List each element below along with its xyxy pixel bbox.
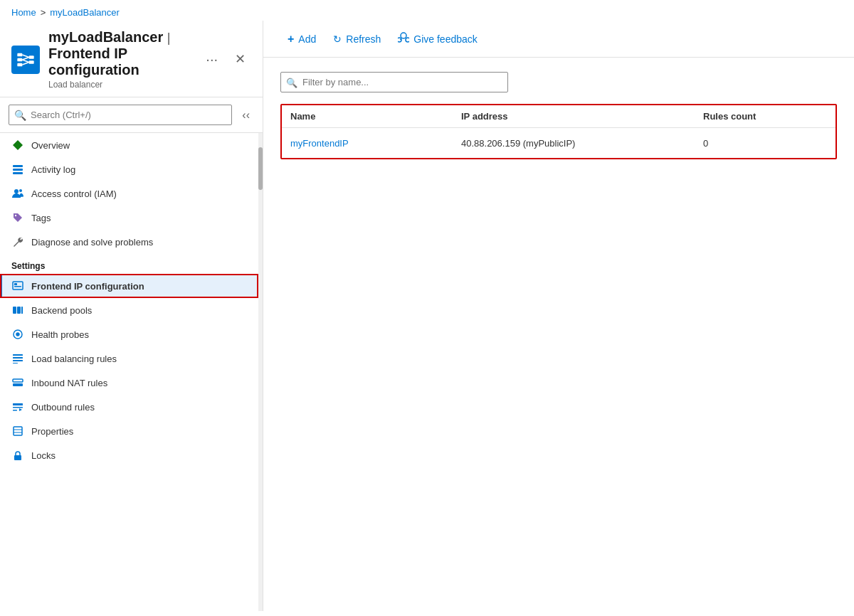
sidebar: myLoadBalancer | Frontend IP configurati…: [0, 21, 263, 611]
sidebar-item-access-control[interactable]: Access control (IAM): [0, 181, 258, 206]
add-button[interactable]: + Add: [280, 28, 323, 50]
filter-bar-wrap: 🔍: [280, 72, 508, 92]
svg-rect-25: [13, 357, 23, 359]
sidebar-item-label: Access control (IAM): [31, 188, 117, 199]
sidebar-item-diagnose[interactable]: Diagnose and solve problems: [0, 230, 258, 254]
sidebar-item-tags[interactable]: Tags: [0, 206, 258, 230]
breadcrumb-sep: >: [41, 7, 46, 18]
svg-rect-11: [13, 169, 23, 171]
sidebar-scrollbar[interactable]: [258, 133, 263, 611]
collapse-sidebar-button[interactable]: ‹‹: [238, 106, 254, 124]
sidebar-item-label: Diagnose and solve problems: [31, 237, 153, 248]
sidebar-item-label: Activity log: [31, 164, 75, 175]
sidebar-item-label: Backend pools: [31, 305, 92, 316]
settings-section-label: Settings: [0, 254, 258, 274]
resource-page-title: Frontend IP configuration: [48, 46, 139, 78]
resource-header: myLoadBalancer | Frontend IP configurati…: [0, 21, 263, 97]
col-name: Name: [290, 111, 461, 122]
svg-rect-17: [14, 283, 17, 285]
search-input[interactable]: [9, 105, 232, 125]
svg-rect-10: [13, 165, 23, 167]
sidebar-item-label: Tags: [31, 213, 51, 223]
svg-line-8: [22, 62, 28, 65]
table-header: Name IP address Rules count: [282, 105, 835, 128]
sidebar-item-activity-log[interactable]: Activity log: [0, 157, 258, 181]
resource-subtitle: Load balancer: [48, 80, 191, 90]
sidebar-item-frontend-ip[interactable]: Frontend IP configuration: [0, 274, 258, 298]
svg-marker-9: [13, 140, 23, 150]
refresh-label: Refresh: [346, 33, 381, 45]
svg-rect-29: [13, 383, 23, 386]
svg-rect-12: [13, 172, 23, 174]
sidebar-item-label: Health probes: [31, 329, 89, 340]
svg-rect-4: [29, 60, 34, 64]
sidebar-item-label: Frontend IP configuration: [31, 281, 144, 292]
main-content: + Add ↻ Refresh Give feedback 🔍: [263, 21, 854, 611]
add-icon: +: [288, 33, 294, 46]
col-rules: Rules count: [703, 111, 845, 122]
svg-rect-19: [13, 307, 16, 314]
svg-point-14: [19, 189, 22, 192]
cell-ip: 40.88.206.159 (myPublicIP): [461, 138, 703, 149]
frontend-ip-icon: [11, 280, 24, 292]
sidebar-item-properties[interactable]: Properties: [0, 419, 258, 443]
resource-title-block: myLoadBalancer | Frontend IP configurati…: [48, 29, 191, 90]
list-icon: [11, 163, 24, 176]
svg-rect-18: [14, 286, 21, 287]
breadcrumb-current[interactable]: myLoadBalancer: [50, 7, 120, 18]
refresh-icon: ↻: [333, 33, 342, 45]
frontend-ip-link[interactable]: myFrontendIP: [290, 138, 349, 149]
nav-list: Overview Activity log Access control (IA…: [0, 133, 258, 611]
svg-marker-33: [19, 408, 22, 411]
sidebar-item-outbound-rules[interactable]: Outbound rules: [0, 395, 258, 419]
table-row: myFrontendIP 40.88.206.159 (myPublicIP) …: [282, 128, 835, 158]
sidebar-item-health-probes[interactable]: Health probes: [0, 322, 258, 346]
header-actions: ··· ✕: [200, 48, 251, 70]
load-balancer-icon: [16, 50, 36, 70]
sidebar-item-overview[interactable]: Overview: [0, 133, 258, 157]
svg-point-39: [406, 38, 409, 42]
sidebar-item-nat-rules[interactable]: Inbound NAT rules: [0, 371, 258, 395]
sidebar-item-lb-rules[interactable]: Load balancing rules: [0, 346, 258, 371]
svg-rect-1: [17, 58, 22, 61]
svg-rect-30: [13, 403, 23, 405]
search-box: 🔍 ‹‹: [0, 97, 263, 133]
nav-scroll-container: Overview Activity log Access control (IA…: [0, 133, 263, 611]
nat-icon: [11, 376, 24, 389]
svg-rect-24: [13, 354, 23, 356]
svg-line-7: [22, 60, 28, 63]
col-ip: IP address: [461, 111, 703, 122]
filter-bar: 🔍: [280, 72, 837, 92]
properties-icon: [11, 425, 24, 437]
svg-rect-32: [13, 410, 17, 411]
svg-point-38: [401, 33, 406, 38]
tag-icon: [11, 211, 24, 224]
people-icon: [11, 187, 24, 200]
more-options-button[interactable]: ···: [200, 48, 223, 70]
sidebar-item-backend-pools[interactable]: Backend pools: [0, 298, 258, 322]
resource-icon: [11, 46, 40, 74]
sidebar-item-label: Inbound NAT rules: [31, 378, 107, 388]
svg-rect-3: [29, 55, 34, 59]
svg-rect-26: [13, 360, 23, 361]
breadcrumb: Home > myLoadBalancer: [0, 0, 854, 21]
refresh-button[interactable]: ↻ Refresh: [326, 29, 388, 49]
svg-rect-16: [13, 282, 23, 290]
breadcrumb-home[interactable]: Home: [11, 7, 36, 18]
add-label: Add: [298, 33, 316, 45]
row-actions: [845, 135, 854, 151]
svg-point-15: [15, 215, 16, 216]
svg-rect-31: [13, 407, 23, 408]
probe-icon: [11, 328, 24, 341]
filter-input[interactable]: [280, 72, 508, 92]
close-button[interactable]: ✕: [229, 48, 251, 70]
svg-point-13: [14, 189, 19, 193]
filter-icon: 🔍: [286, 77, 297, 87]
sidebar-scrollbar-thumb[interactable]: [258, 147, 263, 190]
svg-rect-0: [17, 53, 22, 56]
sidebar-item-label: Overview: [31, 140, 70, 151]
cell-name: myFrontendIP: [290, 138, 461, 149]
sidebar-item-label: Locks: [31, 450, 56, 461]
feedback-button[interactable]: Give feedback: [391, 28, 485, 50]
sidebar-item-locks[interactable]: Locks: [0, 443, 258, 467]
